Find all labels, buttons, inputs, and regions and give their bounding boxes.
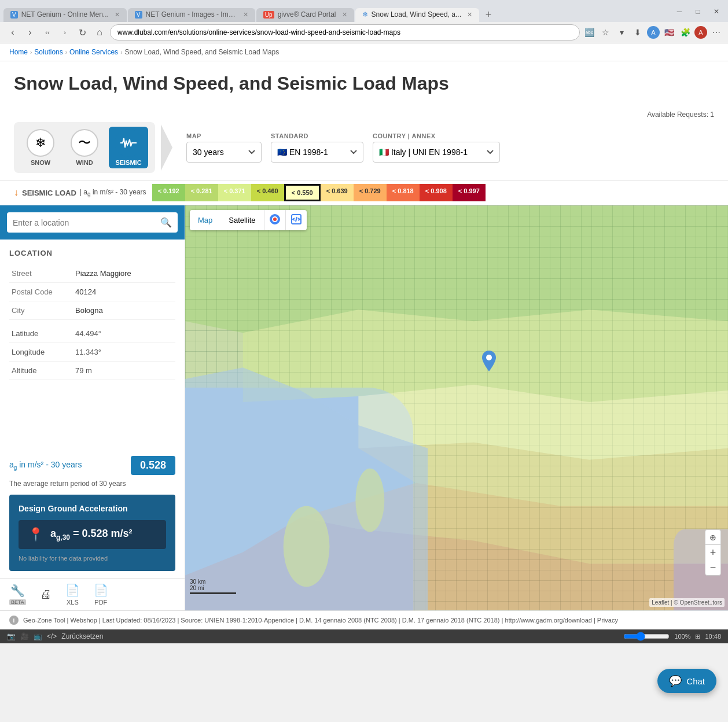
breadcrumb-online-services[interactable]: Online Services [69, 48, 118, 56]
reload-button[interactable]: ↻ [74, 24, 90, 40]
color-cell-0[interactable]: < 0.192 [152, 184, 185, 201]
back-button[interactable]: ‹ [5, 24, 21, 40]
tab3-close[interactable]: ✕ [342, 11, 347, 19]
country-select[interactable]: 🇮🇹 Italy | UNI EN 1998-1 [373, 142, 500, 163]
user-icon[interactable]: A [694, 26, 707, 39]
toolbar-print[interactable]: 🖨 [40, 588, 52, 601]
color-cell-9[interactable]: < 0.997 [453, 184, 486, 201]
breadcrumb-home[interactable]: Home [9, 48, 28, 56]
location-postal-row: Postal Code 40124 [9, 283, 175, 301]
seismic-bar: ↓ SEISMIC LOAD | ag in m/s² - 30 years <… [0, 181, 728, 205]
seismic-bar-label: ↓ SEISMIC LOAD | ag in m/s² - 30 years [14, 187, 146, 198]
main-layout: 🔍 LOCATION Street Piazza Maggiore Postal… [0, 205, 728, 610]
minimize-button[interactable]: ─ [671, 3, 687, 20]
embed-icon[interactable] [285, 210, 307, 230]
color-cell-6[interactable]: < 0.729 [354, 184, 387, 201]
zoom-slider[interactable] [623, 632, 670, 641]
page-title: Snow Load, Wind Speed, and Seismic Load … [0, 61, 728, 104]
tool-wind[interactable]: 〜 WIND [65, 127, 104, 168]
maximize-button[interactable]: □ [690, 3, 706, 20]
color-cell-5[interactable]: < 0.639 [321, 184, 354, 201]
scale-line [190, 592, 236, 594]
home-button[interactable]: ⌂ [91, 24, 108, 40]
location-alt-row: Altitude 79 m [9, 362, 175, 380]
layout-icon[interactable]: ⊞ [695, 633, 700, 640]
print-icon: 🖨 [40, 588, 52, 601]
browser-tab-1[interactable]: V NET Genium - Online Men... ✕ [3, 8, 127, 22]
page-wrapper: Home › Solutions › Online Services › Sno… [0, 43, 728, 629]
color-cell-2[interactable]: < 0.371 [218, 184, 251, 201]
browser-tab-4-active[interactable]: ❄ Snow Load, Wind Speed, a... ✕ [355, 8, 479, 22]
translate-icon[interactable]: 🔤 [582, 25, 596, 39]
map-tab-satellite[interactable]: Satellite [220, 210, 263, 230]
tab4-close[interactable]: ✕ [467, 11, 472, 19]
location-street-row: Street Piazza Maggiore [9, 264, 175, 283]
code-icon[interactable]: </> [47, 632, 57, 640]
close-button[interactable]: ✕ [708, 3, 725, 20]
tab2-label: NET Genium - Images - Ima... [146, 10, 237, 19]
bookmark-list-icon[interactable]: ▾ [615, 25, 628, 39]
browser-tab-3[interactable]: Up givve® Card Portal ✕ [256, 8, 354, 22]
location-pin-icon: 📍 [28, 527, 43, 542]
color-cell-8[interactable]: < 0.908 [420, 184, 453, 201]
forward-more-button[interactable]: › [57, 24, 73, 40]
chat-button[interactable]: 💬 Chat [657, 669, 716, 693]
toolbar-xls[interactable]: 📄 XLS [65, 583, 80, 606]
color-cell-7[interactable]: < 0.818 [387, 184, 420, 201]
toolbar-pdf[interactable]: 📄 PDF [94, 583, 108, 606]
location-search-input[interactable] [13, 218, 156, 227]
back-more-button[interactable]: ‹‹ [39, 24, 56, 40]
search-bar: 🔍 [0, 205, 185, 240]
svg-point-14 [486, 355, 492, 360]
beta-badge: BETA [9, 599, 26, 605]
seismic-color-bar: < 0.192 < 0.281 < 0.371 < 0.460 < 0.550 … [152, 184, 486, 201]
color-cell-3[interactable]: < 0.460 [251, 184, 284, 201]
download-icon[interactable]: ⬇ [631, 25, 645, 39]
color-cell-4-selected[interactable]: < 0.550 [284, 184, 321, 201]
tab1-close[interactable]: ✕ [115, 11, 120, 19]
tab2-favicon: V [135, 11, 142, 19]
breadcrumb-sep-2: › [65, 49, 67, 56]
zoom-in-button[interactable]: + [705, 545, 720, 560]
screenshot-icon[interactable]: 📷 [7, 632, 16, 640]
map-scale: 30 km 20 mi [190, 579, 236, 594]
undo-label[interactable]: Zurücksetzen [61, 632, 103, 640]
seismic-unit: | ag in m/s² - 30 years [80, 188, 146, 197]
tab1-label: NET Genium - Online Men... [21, 10, 109, 19]
google-maps-icon[interactable] [264, 210, 285, 230]
tab2-close[interactable]: ✕ [243, 11, 248, 19]
color-cell-1[interactable]: < 0.281 [185, 184, 218, 201]
profile-icon[interactable]: A [647, 26, 660, 39]
search-placeholder-icon[interactable]: ⋯ [709, 25, 723, 39]
map-tab-map[interactable]: Map [190, 210, 220, 230]
tool-seismic[interactable]: SEISMIC [109, 127, 148, 168]
lat-value: 44.494° [73, 325, 175, 343]
available-requests: Available Requests: 1 [14, 110, 714, 119]
tab4-label: Snow Load, Wind Speed, a... [372, 10, 461, 19]
leaflet-credit[interactable]: Leaflet | © OpenStreet..tors [649, 598, 725, 607]
camera-icon[interactable]: 🎥 [20, 632, 29, 640]
locate-button[interactable]: ⊕ [705, 530, 720, 545]
search-icon[interactable]: 🔍 [160, 217, 172, 228]
map-select[interactable]: 30 years 50 years 100 years 475 years [186, 142, 262, 163]
extensions-icon[interactable]: 🧩 [678, 25, 692, 39]
tool-snow[interactable]: ❄ SNOW [21, 127, 60, 168]
zoom-out-button[interactable]: − [705, 560, 720, 575]
left-panel: 🔍 LOCATION Street Piazza Maggiore Postal… [0, 205, 185, 610]
flag-us-icon[interactable]: 🇺🇸 [662, 25, 676, 39]
map-container[interactable]: Map Satellite [185, 205, 728, 610]
standard-select[interactable]: 🇪🇺 EN 1998-1 [271, 142, 363, 163]
url-input[interactable] [110, 24, 580, 40]
toolbar-beta[interactable]: 🔧 BETA [9, 584, 26, 605]
alt-value: 79 m [73, 362, 175, 380]
chat-label: Chat [686, 676, 705, 686]
forward-button[interactable]: › [22, 24, 38, 40]
bookmark-icon[interactable]: ☆ [598, 25, 612, 39]
search-input-wrap[interactable]: 🔍 [7, 212, 178, 233]
screen-icon[interactable]: 📺 [34, 632, 42, 640]
standard-label: STANDARD [271, 132, 363, 139]
breadcrumb-solutions[interactable]: Solutions [34, 48, 62, 56]
controls-row: MAP 30 years 50 years 100 years 475 year… [186, 132, 714, 163]
new-tab-button[interactable]: + [480, 7, 497, 22]
browser-tab-2[interactable]: V NET Genium - Images - Ima... ✕ [128, 8, 255, 22]
